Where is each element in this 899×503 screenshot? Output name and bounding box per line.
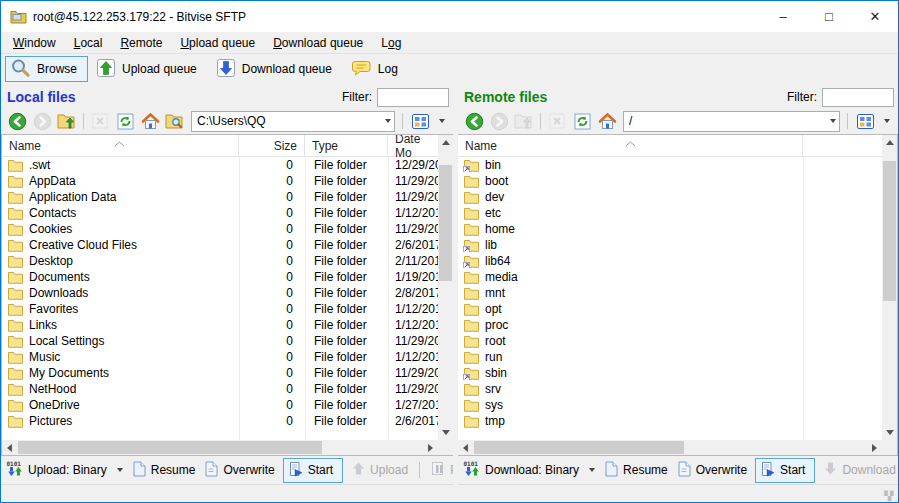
file-row[interactable]: Local Settings 0 File folder 11/29/20 (2, 333, 438, 349)
file-row[interactable]: Pictures 0 File folder 2/6/2017 (2, 413, 438, 429)
local-back-button[interactable] (5, 110, 29, 132)
file-row[interactable]: Application Data 0 File folder 11/29/20 (2, 189, 438, 205)
download-mode-dropdown[interactable]: 0101 Download: Binary (463, 460, 595, 480)
remote-filter-input[interactable] (822, 88, 894, 107)
local-filter-input[interactable] (377, 88, 449, 107)
file-row[interactable]: run (458, 349, 882, 365)
file-row[interactable]: proc (458, 317, 882, 333)
menu-upload-queue[interactable]: Upload queue (171, 34, 264, 52)
remote-horizontal-scrollbar[interactable] (458, 440, 882, 455)
menu-remote[interactable]: Remote (111, 34, 171, 52)
scrollbar-thumb[interactable] (18, 441, 322, 454)
file-row[interactable]: .swt 0 File folder 12/29/20 (2, 157, 438, 173)
menu-window[interactable]: Window (4, 34, 65, 52)
local-view-mode-dropdown[interactable] (435, 111, 449, 132)
remote-path-combobox[interactable]: / (623, 111, 840, 132)
scroll-down-arrow[interactable] (882, 425, 897, 440)
file-row[interactable]: home (458, 221, 882, 237)
file-row[interactable]: bin (458, 157, 882, 173)
file-row[interactable]: AppData 0 File folder 11/29/20 (2, 173, 438, 189)
menu-download-queue[interactable]: Download queue (264, 34, 372, 52)
download-queue-tab-button[interactable]: Download queue (211, 56, 343, 82)
menu-log[interactable]: Log (372, 34, 410, 52)
close-button[interactable]: ✕ (852, 1, 898, 32)
scroll-up-arrow[interactable] (438, 135, 453, 150)
browse-tab-button[interactable]: Browse (5, 56, 88, 82)
file-row[interactable]: srv (458, 381, 882, 397)
resize-grip-icon[interactable]: ▚▘ (884, 491, 896, 501)
upload-queue-tab-button[interactable]: Upload queue (91, 56, 208, 82)
log-tab-button[interactable]: Log (346, 56, 409, 82)
upload-mode-dropdown[interactable]: 0101 Upload: Binary (6, 460, 123, 480)
scroll-right-arrow[interactable] (867, 440, 882, 455)
file-row[interactable]: Documents 0 File folder 1/19/201 (2, 269, 438, 285)
scroll-left-arrow[interactable] (458, 440, 473, 455)
upload-start-button[interactable]: Start (283, 458, 343, 483)
file-row[interactable]: etc (458, 205, 882, 221)
file-row[interactable]: Downloads 0 File folder 2/8/2017 (2, 285, 438, 301)
scrollbar-thumb[interactable] (439, 165, 452, 281)
file-row[interactable]: opt (458, 301, 882, 317)
file-row[interactable]: boot (458, 173, 882, 189)
file-row[interactable]: Links 0 File folder 1/12/201 (2, 317, 438, 333)
local-browse-folder-button[interactable] (163, 110, 187, 132)
menu-local[interactable]: Local (65, 34, 112, 52)
column-header-type[interactable]: Type (305, 135, 388, 156)
file-row[interactable]: tmp (458, 413, 882, 429)
chevron-down-icon[interactable] (830, 119, 836, 123)
file-row[interactable]: Favorites 0 File folder 1/12/201 (2, 301, 438, 317)
scroll-right-arrow[interactable] (423, 440, 438, 455)
download-overwrite-button[interactable]: Overwrite (676, 461, 747, 480)
local-refresh-button[interactable] (113, 110, 137, 132)
file-row[interactable]: OneDrive 0 File folder 1/27/201 (2, 397, 438, 413)
file-row[interactable]: media (458, 269, 882, 285)
download-start-button[interactable]: Start (755, 458, 815, 483)
download-action-button-disabled[interactable]: Download (823, 461, 895, 479)
column-header-date[interactable]: Date Mo (388, 135, 438, 156)
scrollbar-thumb[interactable] (474, 441, 684, 454)
maximize-button[interactable]: □ (806, 1, 852, 32)
file-row[interactable]: dev (458, 189, 882, 205)
file-row[interactable]: NetHood 0 File folder 11/29/20 (2, 381, 438, 397)
local-path-combobox[interactable]: C:\Users\QQ (191, 111, 395, 132)
file-row[interactable]: Music 0 File folder 1/12/201 (2, 349, 438, 365)
file-row[interactable]: sbin (458, 365, 882, 381)
download-resume-button[interactable]: Resume (603, 461, 668, 480)
upload-resume-button[interactable]: Resume (131, 461, 196, 480)
file-row[interactable]: Desktop 0 File folder 2/11/201 (2, 253, 438, 269)
remote-refresh-button[interactable] (570, 110, 594, 132)
file-row[interactable]: Creative Cloud Files 0 File folder 2/6/2… (2, 237, 438, 253)
local-home-button[interactable] (138, 110, 162, 132)
scroll-up-arrow[interactable] (882, 135, 897, 150)
file-row[interactable]: lib (458, 237, 882, 253)
local-horizontal-scrollbar[interactable] (2, 440, 438, 455)
scroll-down-arrow[interactable] (438, 425, 453, 440)
local-forward-button[interactable] (30, 110, 54, 132)
upload-action-button-disabled[interactable]: Upload (351, 461, 408, 479)
file-row[interactable]: Cookies 0 File folder 11/29/20 (2, 221, 438, 237)
file-row[interactable]: Contacts 0 File folder 1/12/201 (2, 205, 438, 221)
local-cancel-button[interactable] (88, 110, 112, 132)
remote-view-mode-dropdown[interactable] (880, 111, 894, 132)
minimize-button[interactable]: – (760, 1, 806, 32)
file-row[interactable]: lib64 (458, 253, 882, 269)
remote-vertical-scrollbar[interactable] (882, 135, 897, 440)
local-vertical-scrollbar[interactable] (438, 135, 453, 440)
file-row[interactable]: sys (458, 397, 882, 413)
chevron-down-icon[interactable] (385, 119, 391, 123)
local-up-folder-button[interactable] (55, 110, 79, 132)
upload-overwrite-button[interactable]: Overwrite (203, 461, 274, 480)
remote-up-folder-button[interactable] (512, 110, 536, 132)
file-row[interactable]: mnt (458, 285, 882, 301)
column-header-size[interactable]: Size (239, 135, 305, 156)
remote-back-button[interactable] (462, 110, 486, 132)
remote-home-button[interactable] (595, 110, 619, 132)
remote-forward-button[interactable] (487, 110, 511, 132)
remote-view-mode-button[interactable] (852, 111, 879, 132)
upload-pause-button-disabled[interactable]: Pause (431, 461, 453, 479)
local-view-mode-button[interactable] (407, 111, 434, 132)
file-row[interactable]: My Documents 0 File folder 11/29/20 (2, 365, 438, 381)
remote-cancel-button[interactable] (545, 110, 569, 132)
scroll-left-arrow[interactable] (2, 440, 17, 455)
scrollbar-thumb[interactable] (883, 161, 896, 301)
